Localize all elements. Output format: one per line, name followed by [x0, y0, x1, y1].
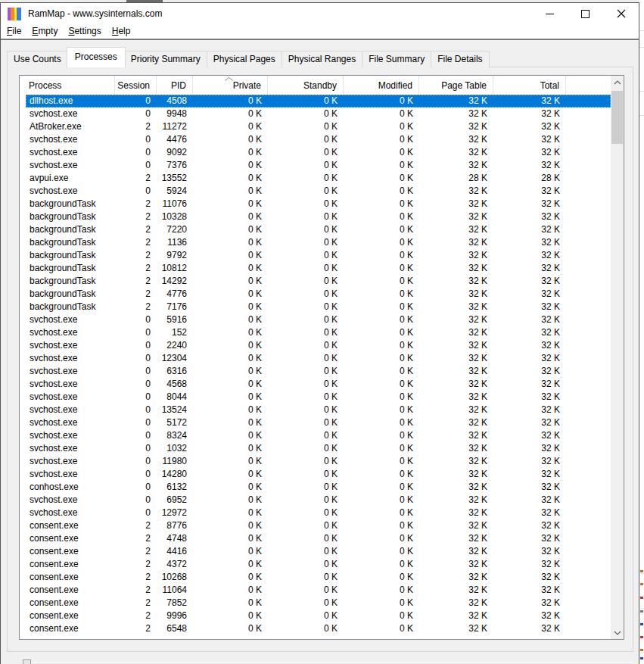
menu-file[interactable]: File — [2, 24, 26, 39]
minimize-button[interactable] — [532, 3, 568, 24]
process-row-atbroker-exe[interactable]: AtBroker.exe2112720 K0 K0 K32 K32 K — [26, 120, 611, 133]
cell-total: 32 K — [493, 494, 566, 507]
tab-file-details[interactable]: File Details — [431, 51, 489, 67]
tab-physical-pages[interactable]: Physical Pages — [207, 51, 282, 67]
process-row-consent-exe[interactable]: consent.exe243720 K0 K0 K32 K32 K — [26, 558, 611, 571]
cell-standby: 0 K — [268, 404, 344, 416]
background-text-fragment — [640, 657, 643, 659]
process-row-svchost-exe[interactable]: svchost.exe069520 K0 K0 K32 K32 K — [26, 494, 611, 507]
process-row-backgroundtask[interactable]: backgroundTask2108120 K0 K0 K32 K32 K — [26, 262, 611, 275]
background-text-fragment — [640, 583, 643, 585]
process-row-svchost-exe[interactable]: svchost.exe010320 K0 K0 K32 K32 K — [26, 442, 611, 455]
column-header-standby[interactable]: Standby — [268, 76, 344, 95]
process-row-svchost-exe[interactable]: svchost.exe045680 K0 K0 K32 K32 K — [26, 378, 611, 391]
cell-modified: 0 K — [344, 455, 419, 468]
vertical-scrollbar[interactable] — [611, 76, 624, 639]
cell-total: 32 K — [493, 108, 566, 120]
cell-total: 32 K — [493, 288, 566, 301]
process-row-consent-exe[interactable]: consent.exe247480 K0 K0 K32 K32 K — [26, 532, 611, 545]
cell-pagetable: 32 K — [419, 210, 493, 223]
scroll-down-button[interactable] — [611, 626, 624, 639]
process-row-backgroundtask[interactable]: backgroundTask297920 K0 K0 K32 K32 K — [26, 249, 611, 262]
process-row-backgroundtask[interactable]: backgroundTask247760 K0 K0 K32 K32 K — [26, 288, 611, 301]
process-row-svchost-exe[interactable]: svchost.exe0142800 K0 K0 K32 K32 K — [26, 468, 611, 481]
cell-pid: 6548 — [157, 622, 193, 635]
process-row-svchost-exe[interactable]: svchost.exe0119800 K0 K0 K32 K32 K — [26, 455, 611, 468]
tab-use-counts[interactable]: Use Counts — [7, 51, 68, 67]
background-line — [639, 91, 644, 92]
process-row-backgroundtask[interactable]: backgroundTask2110760 K0 K0 K32 K32 K — [26, 198, 611, 210]
process-row-backgroundtask[interactable]: backgroundTask211360 K0 K0 K32 K32 K — [26, 236, 611, 249]
process-row-svchost-exe[interactable]: svchost.exe0135240 K0 K0 K32 K32 K — [26, 404, 611, 416]
process-row-consent-exe[interactable]: consent.exe2102680 K0 K0 K32 K32 K — [26, 571, 611, 584]
process-row-svchost-exe[interactable]: svchost.exe073760 K0 K0 K32 K32 K — [26, 159, 611, 172]
process-row-svchost-exe[interactable]: svchost.exe0123040 K0 K0 K32 K32 K — [26, 352, 611, 365]
menu-help[interactable]: Help — [107, 24, 136, 39]
process-row-svchost-exe[interactable]: svchost.exe0129720 K0 K0 K32 K32 K — [26, 507, 611, 519]
process-row-svchost-exe[interactable]: svchost.exe059240 K0 K0 K32 K32 K — [26, 185, 611, 198]
process-row-backgroundtask[interactable]: backgroundTask2142920 K0 K0 K32 K32 K — [26, 275, 611, 288]
column-header-pagetable[interactable]: Page Table — [419, 76, 493, 95]
process-row-svchost-exe[interactable]: svchost.exe063160 K0 K0 K32 K32 K — [26, 365, 611, 378]
process-row-consent-exe[interactable]: consent.exe244160 K0 K0 K32 K32 K — [26, 545, 611, 558]
scroll-up-button[interactable] — [611, 76, 624, 89]
cell-total: 32 K — [493, 468, 566, 481]
tab-processes[interactable]: Processes — [67, 47, 126, 67]
process-row-backgroundtask[interactable]: backgroundTask272200 K0 K0 K32 K32 K — [26, 223, 611, 236]
cell-private: 0 K — [193, 494, 268, 507]
close-button[interactable] — [603, 3, 639, 24]
tab-file-summary[interactable]: File Summary — [362, 51, 431, 67]
process-row-consent-exe[interactable]: consent.exe287760 K0 K0 K32 K32 K — [26, 519, 611, 532]
background-line — [639, 115, 644, 116]
cell-process: svchost.exe — [26, 159, 115, 172]
process-row-consent-exe[interactable]: consent.exe278520 K0 K0 K32 K32 K — [26, 597, 611, 609]
process-row-svchost-exe[interactable]: svchost.exe01520 K0 K0 K32 K32 K — [26, 326, 611, 339]
cell-total: 32 K — [493, 558, 566, 571]
process-row-svchost-exe[interactable]: svchost.exe083240 K0 K0 K32 K32 K — [26, 429, 611, 442]
process-row-backgroundtask[interactable]: backgroundTask2103280 K0 K0 K32 K32 K — [26, 210, 611, 223]
cell-session: 2 — [115, 120, 157, 133]
process-row-svchost-exe[interactable]: svchost.exe051720 K0 K0 K32 K32 K — [26, 416, 611, 429]
rammap-app-icon — [8, 8, 21, 20]
window-controls — [532, 3, 639, 24]
process-row-svchost-exe[interactable]: svchost.exe090920 K0 K0 K32 K32 K — [26, 146, 611, 159]
column-header-pid[interactable]: PID — [157, 76, 193, 95]
scrollbar-thumb[interactable] — [611, 91, 623, 144]
process-row-svchost-exe[interactable]: svchost.exe059160 K0 K0 K32 K32 K — [26, 313, 611, 326]
process-row-consent-exe[interactable]: consent.exe299960 K0 K0 K32 K32 K — [26, 609, 611, 622]
process-row-conhost-exe[interactable]: conhost.exe061320 K0 K0 K32 K32 K — [26, 481, 611, 494]
cell-process: backgroundTask — [26, 301, 115, 313]
process-row-backgroundtask[interactable]: backgroundTask271760 K0 K0 K32 K32 K — [26, 301, 611, 313]
column-header-modified[interactable]: Modified — [344, 76, 419, 95]
process-row-svchost-exe[interactable]: svchost.exe080440 K0 K0 K32 K32 K — [26, 391, 611, 404]
cell-pagetable: 32 K — [419, 404, 493, 416]
maximize-button[interactable] — [568, 3, 603, 24]
tab-panel: ProcessSessionPIDPrivateStandbyModifiedP… — [7, 67, 633, 652]
titlebar[interactable]: RamMap - www.sysinternals.com — [1, 3, 639, 24]
tab-physical-ranges[interactable]: Physical Ranges — [282, 51, 362, 67]
process-row-consent-exe[interactable]: consent.exe265480 K0 K0 K32 K32 K — [26, 622, 611, 635]
process-row-avpui-exe[interactable]: avpui.exe2135520 K0 K0 K28 K28 K — [26, 172, 611, 185]
cell-pagetable: 32 K — [419, 365, 493, 378]
process-row-svchost-exe[interactable]: svchost.exe044760 K0 K0 K32 K32 K — [26, 133, 611, 146]
column-header-total[interactable]: Total — [493, 76, 566, 95]
cell-process: backgroundTask — [26, 275, 115, 288]
process-listview: ProcessSessionPIDPrivateStandbyModifiedP… — [19, 75, 624, 640]
cell-total: 32 K — [493, 481, 566, 494]
cell-session: 0 — [115, 313, 157, 326]
cell-total: 32 K — [493, 301, 566, 313]
cell-process: svchost.exe — [26, 378, 115, 391]
cell-pid: 1136 — [157, 236, 193, 249]
cell-modified: 0 K — [344, 352, 419, 365]
menu-empty[interactable]: Empty — [26, 24, 63, 39]
column-header-session[interactable]: Session — [115, 76, 157, 95]
menu-settings[interactable]: Settings — [63, 24, 106, 39]
process-row-dllhost-exe[interactable]: dllhost.exe045080 K0 K0 K32 K32 K — [26, 95, 611, 108]
column-header-process[interactable]: Process — [26, 76, 115, 95]
cell-modified: 0 K — [344, 468, 419, 481]
process-row-consent-exe[interactable]: consent.exe2110640 K0 K0 K32 K32 K — [26, 584, 611, 597]
process-row-svchost-exe[interactable]: svchost.exe022400 K0 K0 K32 K32 K — [26, 339, 611, 352]
cell-private: 0 K — [193, 442, 268, 455]
tab-priority-summary[interactable]: Priority Summary — [124, 51, 207, 67]
process-row-svchost-exe[interactable]: svchost.exe099480 K0 K0 K32 K32 K — [26, 108, 611, 120]
